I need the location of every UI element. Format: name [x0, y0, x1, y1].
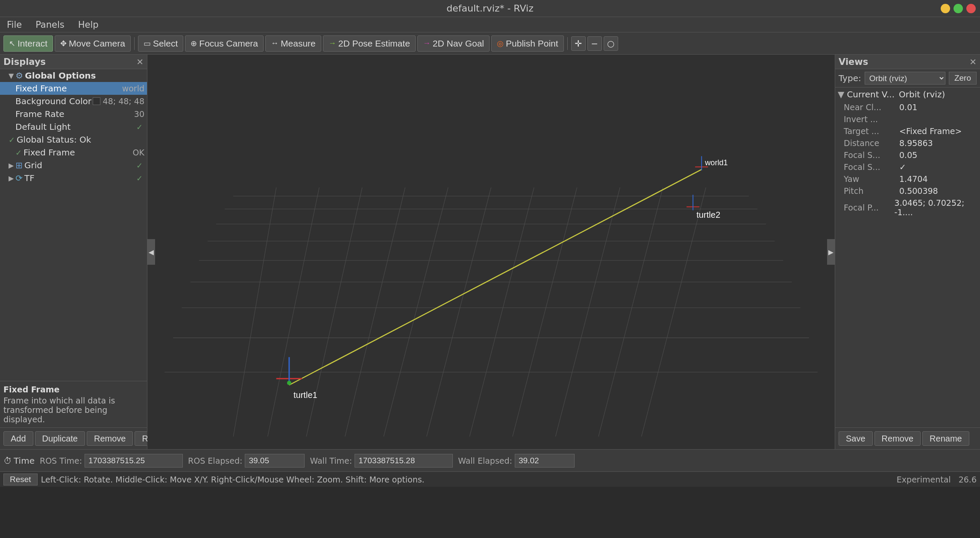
- displays-panel: Displays ✕ ▼ ⚙ Global Options Fixed Fram…: [0, 55, 147, 449]
- minimize-button[interactable]: [941, 4, 950, 13]
- zoom-in-button[interactable]: ○: [604, 36, 618, 51]
- wall-time-group: Wall Time:: [310, 454, 453, 468]
- remove-view-button[interactable]: Remove: [874, 431, 921, 446]
- titlebar-controls: [941, 4, 976, 13]
- focal-shape-row: Focal S... ✓: [835, 161, 980, 173]
- select-button[interactable]: ▭ Select: [138, 35, 183, 52]
- wall-time-input[interactable]: [355, 454, 453, 468]
- interact-button[interactable]: ↖ Interact: [3, 35, 53, 52]
- focus-camera-icon: ⊕: [191, 39, 197, 48]
- target-row: Target ... <Fixed Frame>: [835, 125, 980, 137]
- maximize-button[interactable]: [954, 4, 963, 13]
- reset-button[interactable]: Reset: [3, 474, 38, 485]
- focal-point-label: Focal P...: [844, 203, 895, 212]
- frame-rate-value: 30: [134, 109, 144, 119]
- wall-elapsed-group: Wall Elapsed:: [458, 454, 575, 468]
- titlebar: default.rviz* - RViz: [0, 0, 980, 17]
- tf-arrow: ▶: [9, 174, 14, 182]
- measure-icon: ↔: [271, 39, 279, 48]
- turtle1-label: turtle1: [293, 390, 317, 400]
- save-view-button[interactable]: Save: [839, 431, 873, 446]
- focal-size-row: Focal S... 0.05: [835, 149, 980, 161]
- wall-elapsed-label: Wall Elapsed:: [458, 456, 512, 465]
- default-light-row[interactable]: Default Light ✓: [0, 120, 147, 133]
- yaw-row: Yaw 1.4704: [835, 173, 980, 185]
- focal-point-row: Focal P... 3.0465; 0.70252; -1....: [835, 197, 980, 218]
- global-status-row[interactable]: ✓ Global Status: Ok: [0, 133, 147, 146]
- measure-button[interactable]: ↔ Measure: [265, 35, 321, 52]
- target-label: Target ...: [844, 126, 899, 136]
- ros-time-label: ROS Time:: [40, 456, 82, 465]
- nav-goal-button[interactable]: → 2D Nav Goal: [417, 35, 490, 52]
- rename-view-button[interactable]: Rename: [922, 431, 969, 446]
- fixed-frame-label: Fixed Frame: [15, 83, 122, 94]
- global-status-fixed-row[interactable]: ✓ Fixed Frame OK: [0, 146, 147, 159]
- views-header: Views ✕: [835, 55, 980, 69]
- duplicate-display-button[interactable]: Duplicate: [35, 431, 85, 446]
- time-toggle-button[interactable]: ⏱ Time: [3, 456, 35, 466]
- focus-camera-button[interactable]: ⊕ Focus Camera: [185, 35, 264, 52]
- close-button[interactable]: [966, 4, 976, 13]
- remove-display-button[interactable]: Remove: [87, 431, 133, 446]
- collapse-right-button[interactable]: ▶: [827, 239, 835, 265]
- global-status-icon: ✓: [9, 135, 15, 144]
- default-light-label: Default Light: [15, 122, 136, 132]
- current-view-section[interactable]: ▼ Current V... Orbit (rviz): [835, 88, 980, 101]
- viewport-svg: turtle1 world1 turtle2: [147, 55, 835, 449]
- background-color-label: Background Color: [15, 96, 93, 106]
- views-buttons: Save Remove Rename: [835, 427, 980, 449]
- ros-elapsed-input[interactable]: [245, 454, 305, 468]
- grid-row[interactable]: ▶ ⊞ Grid ✓: [0, 159, 147, 172]
- background-color-swatch: [93, 97, 100, 105]
- focal-shape-value: ✓: [899, 162, 906, 172]
- yaw-value: 1.4704: [899, 174, 927, 184]
- time-toggle-label: Time: [14, 456, 35, 466]
- collapse-left-button[interactable]: ◀: [147, 239, 155, 265]
- pitch-row: Pitch 0.500398: [835, 185, 980, 197]
- nav-goal-label: 2D Nav Goal: [433, 38, 484, 49]
- pitch-value: 0.500398: [899, 186, 938, 196]
- zoom-out-button[interactable]: −: [587, 36, 602, 51]
- focal-size-label: Focal S...: [844, 150, 899, 160]
- move-camera-button[interactable]: ✥ Move Camera: [55, 35, 131, 52]
- menu-panels[interactable]: Panels: [33, 19, 67, 31]
- views-zero-button[interactable]: Zero: [949, 72, 977, 85]
- global-options-row[interactable]: ▼ ⚙ Global Options: [0, 69, 147, 82]
- tf-label: TF: [24, 173, 136, 183]
- add-display-button[interactable]: Add: [3, 431, 33, 446]
- grid-icon: ⊞: [15, 160, 23, 170]
- toolbar-separator-2: [567, 37, 568, 50]
- toolbar-separator-1: [134, 37, 135, 50]
- interact-label: Interact: [18, 38, 47, 49]
- views-type-select[interactable]: Orbit (rviz): [865, 72, 945, 85]
- global-status-label: Global Status: Ok: [17, 134, 144, 145]
- frame-rate-row[interactable]: Frame Rate 30: [0, 108, 147, 120]
- world1-label: world1: [704, 158, 728, 167]
- displays-tree: ▼ ⚙ Global Options Fixed Frame world Bac…: [0, 69, 147, 381]
- views-type-row: Type: Orbit (rviz) Zero: [835, 69, 980, 88]
- default-light-value: ✓: [136, 123, 143, 132]
- timebar: ⏱ Time ROS Time: ROS Elapsed: Wall Time:…: [0, 449, 980, 471]
- menu-help[interactable]: Help: [76, 19, 101, 31]
- ros-elapsed-group: ROS Elapsed:: [188, 454, 305, 468]
- fixed-frame-row[interactable]: Fixed Frame world: [0, 82, 147, 95]
- current-view-arrow: ▼: [838, 89, 844, 99]
- zoom-fit-button[interactable]: ✛: [571, 36, 586, 51]
- displays-close-button[interactable]: ✕: [136, 57, 144, 67]
- pose-estimate-button[interactable]: → 2D Pose Estimate: [323, 35, 416, 52]
- publish-point-button[interactable]: ◎ Publish Point: [491, 35, 564, 52]
- background-color-row[interactable]: Background Color 48; 48; 48: [0, 95, 147, 108]
- ros-elapsed-label: ROS Elapsed:: [188, 456, 242, 465]
- displays-header: Displays ✕: [0, 55, 147, 69]
- global-options-arrow: ▼: [9, 72, 14, 80]
- wall-elapsed-input[interactable]: [515, 454, 575, 468]
- tf-row[interactable]: ▶ ⟳ TF ✓: [0, 172, 147, 184]
- select-icon: ▭: [144, 39, 151, 48]
- displays-info-title: Fixed Frame: [3, 385, 144, 394]
- menu-file[interactable]: File: [4, 19, 24, 31]
- viewport[interactable]: ◀: [147, 55, 835, 449]
- views-close-button[interactable]: ✕: [969, 57, 977, 67]
- svg-point-24: [287, 381, 291, 385]
- global-options-icon: ⚙: [15, 70, 23, 81]
- ros-time-input[interactable]: [85, 454, 183, 468]
